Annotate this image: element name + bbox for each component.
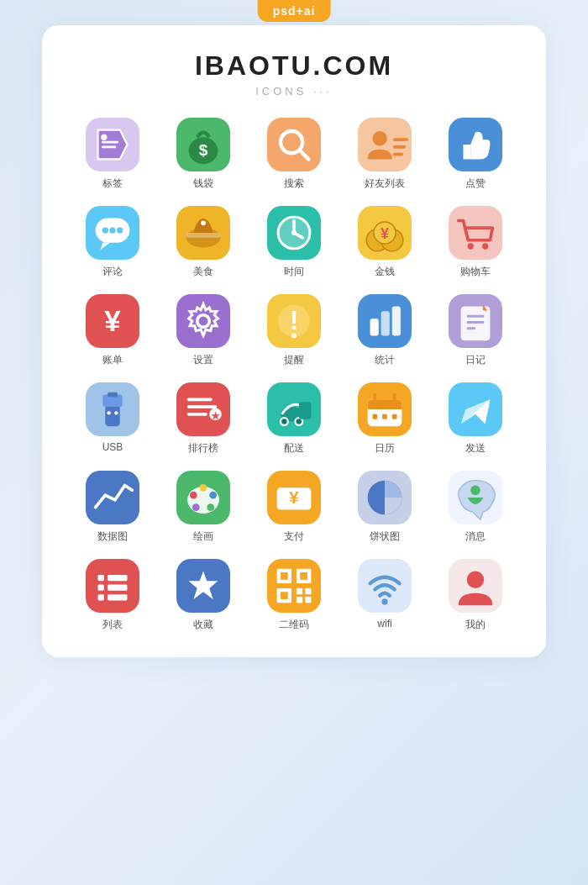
- icon-item-money[interactable]: ¥金钱: [339, 206, 430, 279]
- icon-label-moneybag: 钱袋: [193, 176, 213, 191]
- svg-point-125: [467, 572, 484, 588]
- svg-rect-64: [176, 382, 230, 436]
- icon-label-delivery: 配送: [284, 441, 304, 456]
- icon-item-palette[interactable]: 绘画: [158, 471, 249, 544]
- svg-rect-117: [281, 592, 288, 599]
- icon-label-list: 列表: [102, 618, 123, 632]
- svg-rect-111: [267, 559, 321, 613]
- card-subtitle: ICONS ···: [59, 85, 529, 97]
- icon-box-comment: [86, 206, 139, 260]
- svg-rect-121: [305, 597, 311, 603]
- icon-box-cart: [449, 206, 502, 260]
- svg-rect-81: [372, 414, 377, 419]
- svg-point-91: [200, 484, 207, 492]
- icon-item-stats[interactable]: 统计: [339, 294, 430, 367]
- svg-rect-108: [108, 594, 127, 600]
- svg-point-48: [291, 334, 297, 339]
- icon-box-qrcode: [267, 559, 321, 613]
- icon-box-time: [267, 206, 321, 260]
- icon-box-moneybag: $: [176, 118, 230, 171]
- svg-rect-104: [108, 575, 127, 581]
- icon-item-food[interactable]: 美食: [158, 206, 249, 279]
- icon-item-wifi[interactable]: wifi: [339, 559, 430, 632]
- svg-point-93: [207, 503, 214, 511]
- icon-box-tag: [86, 118, 139, 171]
- icon-item-friends[interactable]: 好友列表: [339, 118, 430, 191]
- icon-box-pay: ¥: [267, 471, 321, 524]
- icon-label-bill: 账单: [102, 353, 123, 367]
- svg-rect-50: [370, 319, 379, 335]
- icon-item-qrcode[interactable]: 二维码: [249, 559, 339, 632]
- svg-rect-118: [297, 588, 302, 594]
- top-badge: psd+ai: [258, 0, 331, 22]
- svg-point-32: [291, 230, 297, 235]
- icon-item-profile[interactable]: 我的: [430, 559, 521, 632]
- svg-point-40: [482, 243, 488, 249]
- icon-item-delivery[interactable]: 配送: [249, 382, 339, 456]
- icon-item-search[interactable]: 搜索: [249, 118, 339, 191]
- icon-box-usb: [86, 382, 139, 436]
- icon-label-stats: 统计: [375, 353, 395, 367]
- svg-point-72: [281, 418, 288, 425]
- icon-label-time: 时间: [284, 265, 304, 279]
- icon-box-delivery: [267, 382, 321, 436]
- icon-box-like: [449, 118, 502, 171]
- icon-item-datachart[interactable]: 数据图: [67, 471, 158, 544]
- icon-item-time[interactable]: 时间: [249, 206, 339, 279]
- icon-box-settings: [176, 294, 230, 348]
- svg-rect-38: [449, 206, 502, 260]
- svg-rect-78: [368, 404, 402, 409]
- icon-box-palette: [176, 471, 230, 524]
- svg-rect-61: [108, 392, 118, 398]
- svg-text:★: ★: [211, 410, 220, 421]
- svg-rect-103: [98, 575, 104, 581]
- icon-item-message[interactable]: 消息: [430, 471, 521, 544]
- svg-point-22: [117, 227, 123, 233]
- svg-rect-74: [299, 402, 312, 419]
- icon-item-moneybag[interactable]: $钱袋: [158, 118, 249, 191]
- icon-item-calendar[interactable]: 日历: [339, 382, 430, 456]
- icon-box-list: [86, 559, 139, 613]
- svg-point-21: [109, 227, 115, 233]
- icon-item-ranking[interactable]: ★排行榜: [158, 382, 249, 456]
- icon-item-settings[interactable]: 设置: [158, 294, 249, 367]
- icon-label-wifi: wifi: [377, 618, 391, 630]
- icon-item-like[interactable]: 点赞: [430, 118, 521, 191]
- svg-point-123: [381, 598, 387, 604]
- icon-item-cart[interactable]: 购物车: [430, 206, 521, 279]
- svg-point-94: [192, 503, 200, 511]
- icon-label-food: 美食: [193, 265, 213, 279]
- svg-rect-105: [98, 585, 104, 591]
- icon-item-piechart[interactable]: 饼状图: [339, 471, 430, 544]
- icon-box-message: [449, 471, 502, 524]
- icon-item-bill[interactable]: ¥账单: [67, 294, 158, 367]
- icon-item-pay[interactable]: ¥支付: [249, 471, 339, 544]
- icon-box-send: [449, 382, 502, 436]
- icon-label-remind: 提醒: [284, 353, 304, 367]
- icon-item-send[interactable]: 发送: [430, 382, 521, 456]
- card-title: IBAOTU.COM: [59, 50, 529, 82]
- icon-item-comment[interactable]: 评论: [67, 206, 158, 279]
- icon-box-search: [267, 118, 321, 171]
- svg-rect-82: [382, 414, 387, 419]
- icon-item-remind[interactable]: !提醒: [249, 294, 339, 367]
- icon-label-pay: 支付: [284, 529, 304, 544]
- svg-rect-115: [300, 572, 307, 580]
- icon-label-calendar: 日历: [375, 441, 395, 456]
- icon-item-usb[interactable]: USB: [67, 382, 158, 456]
- icon-item-favorite[interactable]: 收藏: [158, 559, 249, 632]
- icon-label-comment: 评论: [102, 265, 123, 279]
- icon-item-tag[interactable]: 标签: [67, 118, 158, 191]
- icon-box-food: [176, 206, 230, 260]
- icon-item-list[interactable]: 列表: [67, 559, 158, 632]
- icon-label-money: 金钱: [375, 265, 395, 279]
- icon-label-friends: 好友列表: [365, 176, 405, 191]
- svg-text:$: $: [199, 141, 208, 159]
- svg-text:¥: ¥: [381, 225, 389, 242]
- svg-rect-119: [305, 588, 311, 594]
- icon-label-palette: 绘画: [193, 529, 213, 544]
- icon-box-friends: [358, 118, 412, 171]
- svg-text:!: !: [290, 305, 299, 335]
- icon-item-diary[interactable]: 日记: [430, 294, 521, 367]
- svg-rect-9: [267, 118, 321, 171]
